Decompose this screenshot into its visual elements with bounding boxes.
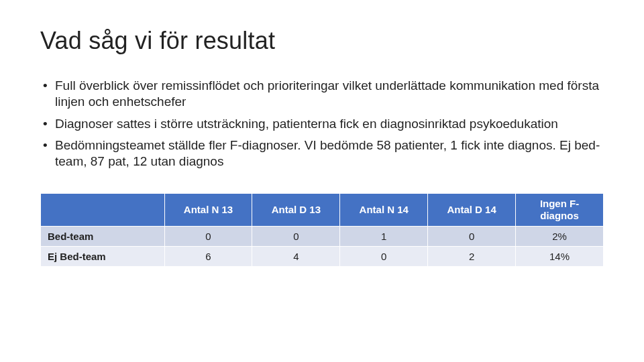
slide: Vad såg vi för resultat Full överblick ö… [0,0,644,280]
table-cell: 6 [164,246,252,266]
table-cell: 0 [164,226,252,246]
table-cell: 1 [340,226,428,246]
table-cell: 0 [428,226,516,246]
table-row: Bed-team 0 0 1 0 2% [41,226,604,246]
table-cell: 14% [516,246,604,266]
table-row: Ej Bed-team 6 4 0 2 14% [41,246,604,266]
table-cell: 2% [516,226,604,246]
table-col-header: Antal N 13 [164,193,252,226]
table-header-row: Antal N 13 Antal D 13 Antal N 14 Antal D… [41,193,604,226]
table-row-header: Bed-team [41,226,165,246]
list-item: Full överblick över remissinflödet och p… [40,78,604,111]
table-col-header: Antal N 14 [340,193,428,226]
table-col-header: Antal D 14 [428,193,516,226]
page-title: Vad såg vi för resultat [40,27,604,55]
table-col-header: Ingen F-diagnos [516,193,604,226]
table-corner [41,193,165,226]
table-cell: 0 [252,226,340,246]
bullet-list: Full överblick över remissinflödet och p… [40,78,604,170]
list-item: Diagnoser sattes i större utsträckning, … [40,116,604,132]
table-cell: 4 [252,246,340,266]
list-item: Bedömningsteamet ställde fler F-diagnose… [40,137,604,170]
table-col-header: Antal D 13 [252,193,340,226]
table-row-header: Ej Bed-team [41,246,165,266]
results-table: Antal N 13 Antal D 13 Antal N 14 Antal D… [40,193,604,267]
table-cell: 2 [428,246,516,266]
table-cell: 0 [340,246,428,266]
